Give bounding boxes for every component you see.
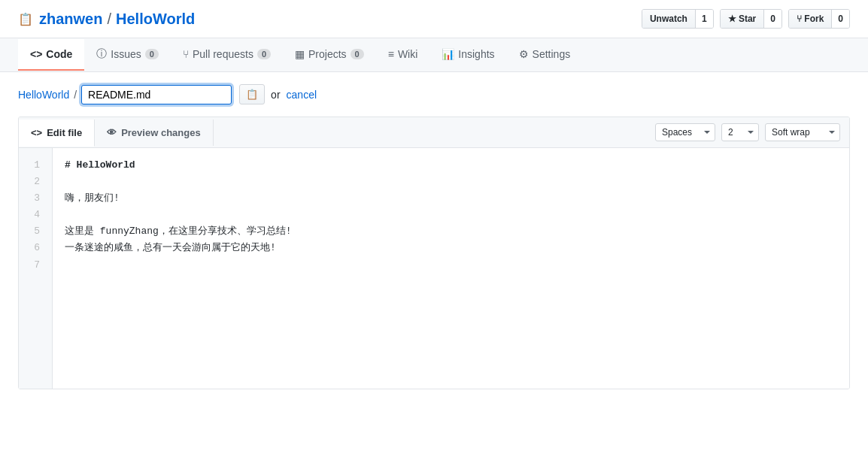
line-number: 6	[26, 240, 44, 256]
tab-pull-requests[interactable]: ⑂ Pull requests 0	[171, 39, 283, 71]
top-bar: 📋 zhanwen / HelloWorld Unwatch 1 ★ Star …	[0, 0, 868, 38]
breadcrumb-repo-link[interactable]: HelloWorld	[18, 89, 69, 101]
file-mode-button[interactable]: 📋	[239, 84, 265, 104]
tab-insights-label: Insights	[458, 48, 494, 60]
tab-preview-changes[interactable]: 👁 Preview changes	[95, 120, 214, 146]
code-content[interactable]: # HelloWorld​嗨，朋友们!​这里是 funnyZhang，在这里分享…	[53, 148, 849, 389]
fork-button[interactable]: ⑂ Fork	[789, 10, 831, 28]
editor-options: Spaces 2 4 Soft wrap No wrap	[646, 117, 849, 147]
code-line: ​	[65, 257, 837, 274]
unwatch-group: Unwatch 1	[642, 9, 714, 29]
cancel-link[interactable]: cancel	[287, 89, 317, 101]
tab-wiki-label: Wiki	[398, 48, 417, 60]
line-number: 5	[26, 223, 44, 240]
star-button[interactable]: ★ Star	[721, 10, 764, 28]
tab-issues-label: Issues	[111, 48, 141, 60]
star-group: ★ Star 0	[720, 9, 782, 29]
tab-insights[interactable]: 📊 Insights	[429, 39, 506, 71]
settings-icon: ⚙	[519, 48, 529, 60]
repo-nav: <> Code ⓘ Issues 0 ⑂ Pull requests 0 ▦ P…	[0, 38, 868, 72]
tab-projects[interactable]: ▦ Projects 0	[283, 39, 376, 71]
line-numbers: 1234567	[19, 148, 53, 389]
line-number: 4	[26, 207, 44, 223]
spaces-select[interactable]: Spaces	[655, 123, 715, 141]
repo-link[interactable]: HelloWorld	[116, 11, 195, 28]
tab-issues[interactable]: ⓘ Issues 0	[84, 38, 171, 71]
tab-code-label: Code	[46, 48, 72, 60]
line-number: 2	[26, 174, 44, 190]
code-line: # HelloWorld	[65, 157, 837, 174]
pull-requests-badge: 0	[257, 49, 271, 59]
editor-tabs: <> Edit file 👁 Preview changes	[19, 120, 214, 146]
code-line: 这里是 funnyZhang，在这里分享技术、学习总结!	[65, 223, 837, 240]
projects-icon: ▦	[295, 48, 305, 60]
breadcrumb-separator: /	[74, 89, 77, 101]
repo-title: 📋 zhanwen / HelloWorld	[18, 11, 195, 28]
line-number: 3	[26, 190, 44, 207]
line-number: 1	[26, 157, 44, 174]
fork-group: ⑂ Fork 0	[788, 9, 850, 29]
preview-changes-label: Preview changes	[121, 127, 201, 138]
star-count: 0	[763, 10, 782, 28]
edit-file-label: Edit file	[47, 127, 82, 138]
projects-badge: 0	[351, 49, 364, 59]
user-link[interactable]: zhanwen	[39, 11, 102, 28]
indent-select[interactable]: 2 4	[721, 123, 759, 141]
issues-badge: 0	[145, 49, 159, 59]
editor-container: <> Edit file 👁 Preview changes Spaces 2 …	[18, 117, 850, 389]
tab-pull-requests-label: Pull requests	[193, 48, 253, 60]
code-icon: <>	[30, 48, 42, 60]
action-buttons: Unwatch 1 ★ Star 0 ⑂ Fork 0	[642, 9, 850, 29]
tab-edit-file[interactable]: <> Edit file	[19, 120, 95, 147]
breadcrumb: HelloWorld / 📋 or cancel	[0, 72, 868, 117]
code-line: 一条迷途的咸鱼，总有一天会游向属于它的天地!	[65, 240, 837, 256]
fork-count: 0	[831, 10, 849, 28]
softwrap-select[interactable]: Soft wrap No wrap	[765, 123, 840, 141]
title-separator: /	[107, 11, 111, 28]
tab-settings[interactable]: ⚙ Settings	[507, 39, 583, 71]
repo-icon: 📋	[18, 12, 33, 26]
or-text: or	[271, 89, 280, 101]
editor-toolbar: <> Edit file 👁 Preview changes Spaces 2 …	[19, 117, 849, 148]
pull-requests-icon: ⑂	[183, 48, 189, 60]
issues-icon: ⓘ	[96, 47, 107, 61]
code-editor: 1234567 # HelloWorld​嗨，朋友们!​这里是 funnyZha…	[19, 148, 849, 389]
unwatch-count: 1	[695, 10, 713, 28]
code-line: 嗨，朋友们!	[65, 190, 837, 207]
breadcrumb-actions: 📋 or cancel	[239, 84, 317, 104]
wiki-icon: ≡	[388, 48, 394, 60]
tab-wiki[interactable]: ≡ Wiki	[376, 39, 430, 71]
preview-icon: 👁	[107, 127, 117, 138]
line-number: 7	[26, 257, 44, 274]
tab-settings-label: Settings	[533, 48, 571, 60]
filename-input[interactable]	[81, 85, 232, 104]
tab-code[interactable]: <> Code	[18, 39, 84, 71]
code-line: ​	[65, 174, 837, 190]
code-line: ​	[65, 207, 837, 223]
insights-icon: 📊	[442, 48, 454, 60]
edit-icon: <>	[31, 127, 42, 138]
tab-projects-label: Projects	[308, 48, 347, 60]
unwatch-button[interactable]: Unwatch	[642, 10, 695, 28]
